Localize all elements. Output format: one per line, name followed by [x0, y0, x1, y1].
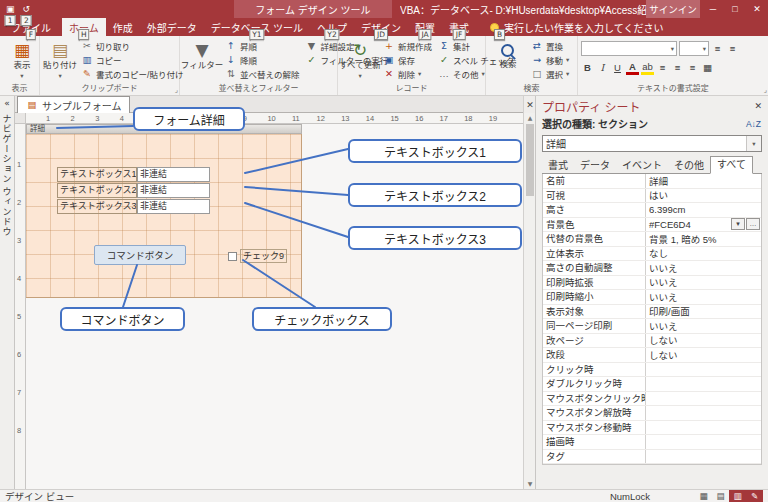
- align-left-icon[interactable]: ≡: [656, 61, 669, 75]
- copy-button[interactable]: ▥コピー: [79, 53, 185, 67]
- textbox-control-2[interactable]: 非連結: [137, 183, 210, 198]
- fill-color-icon[interactable]: ▦: [701, 61, 714, 75]
- navigation-pane-collapsed[interactable]: « ナビゲーション ウィンドウ: [0, 96, 15, 489]
- view-button-2[interactable]: ▥: [729, 490, 746, 502]
- label-control-2[interactable]: テキストボックス2: [57, 183, 137, 198]
- font-size-combo[interactable]: ▾: [679, 41, 709, 56]
- cut-button[interactable]: ✂切り取り: [79, 39, 185, 53]
- align-right-icon[interactable]: ≡: [686, 61, 699, 75]
- property-name: 描画時: [543, 435, 646, 449]
- property-row[interactable]: 高さ6.399cm: [543, 203, 761, 218]
- property-row[interactable]: 立体表示なし: [543, 247, 761, 262]
- font-name-combo[interactable]: ▾: [581, 41, 677, 56]
- checkbox-box[interactable]: [228, 252, 237, 261]
- views-button[interactable]: ▦ 表示▾: [3, 38, 41, 81]
- format-painter-button[interactable]: ✎書式のコピー/貼り付け: [79, 67, 185, 81]
- goto-button[interactable]: →移動▾: [529, 53, 571, 67]
- numbering-icon[interactable]: ≡: [726, 42, 739, 56]
- property-sheet-close-icon[interactable]: ✕: [754, 101, 762, 111]
- property-row[interactable]: 高さの自動調整いいえ: [543, 261, 761, 276]
- section-selector-combo[interactable]: 詳細 ▾: [542, 135, 762, 152]
- property-tab-1[interactable]: データ: [574, 158, 616, 173]
- property-row[interactable]: 同一ページ印刷いいえ: [543, 319, 761, 334]
- property-tab-2[interactable]: イベント: [616, 158, 668, 173]
- tell-me-box[interactable]: 実行したい作業を入力してください B: [490, 18, 663, 36]
- checkbox-control[interactable]: チェック9: [228, 249, 287, 263]
- ribbon-tab-3[interactable]: 外部データ: [140, 18, 204, 36]
- close-icon[interactable]: ✕: [746, 0, 768, 18]
- ribbon-tab-7[interactable]: 配置JA: [408, 18, 442, 36]
- label-control-3[interactable]: テキストボックス3: [57, 199, 137, 214]
- textbox-control-3[interactable]: 非連結: [137, 199, 210, 214]
- bold-button[interactable]: B: [581, 61, 594, 75]
- find-button[interactable]: 検索: [489, 38, 527, 83]
- property-row[interactable]: 描画時: [543, 435, 761, 450]
- view-button-3[interactable]: ✎: [746, 490, 763, 502]
- highlight-button[interactable]: ab: [641, 60, 654, 75]
- property-row[interactable]: マウスボタンクリック時: [543, 392, 761, 407]
- align-center-icon[interactable]: ≡: [671, 61, 684, 75]
- sort-az-icon[interactable]: A↓Z: [745, 118, 762, 130]
- select-button[interactable]: □選択▾: [529, 67, 571, 81]
- textbox-control-1[interactable]: 非連結: [137, 167, 210, 182]
- ribbon-tab-4[interactable]: データベース ツールY1: [204, 18, 310, 36]
- view-button-1[interactable]: ▤: [712, 490, 729, 502]
- new-record-button[interactable]: +新規作成: [381, 39, 434, 53]
- replace-button[interactable]: ⇄置換: [529, 39, 571, 53]
- builder-ellipsis-button[interactable]: …: [746, 218, 760, 230]
- vertical-ruler[interactable]: 12345678: [15, 124, 26, 489]
- sign-in-button[interactable]: サインイン: [646, 0, 700, 18]
- undo-icon[interactable]: ↺2: [23, 0, 31, 18]
- property-row[interactable]: 印刷時縮小いいえ: [543, 290, 761, 305]
- bullets-icon[interactable]: ≡: [711, 42, 724, 56]
- form-design-surface[interactable]: テキストボックス1 非連結 テキストボックス2 非連結 テキストボックス3 非連…: [26, 134, 302, 298]
- minimize-icon[interactable]: ─: [702, 0, 724, 18]
- label-control-1[interactable]: テキストボックス1: [57, 167, 137, 182]
- ribbon-tab-1[interactable]: ホームH: [62, 18, 106, 36]
- property-row[interactable]: タグ: [543, 450, 761, 465]
- expand-chevron-icon[interactable]: «: [4, 96, 10, 110]
- property-tab-3[interactable]: その他: [668, 158, 710, 173]
- chevron-down-icon[interactable]: ▾: [731, 218, 745, 230]
- property-tab-0[interactable]: 書式: [542, 158, 574, 173]
- clear-sort-button[interactable]: ⇅並べ替えの解除: [223, 67, 302, 81]
- document-tab[interactable]: ▤ サンプルフォーム: [17, 96, 130, 113]
- ribbon-tab-8[interactable]: 書式JF: [442, 18, 476, 36]
- property-row[interactable]: クリック時: [543, 363, 761, 378]
- save-icon[interactable]: ▣1: [6, 0, 15, 18]
- property-row[interactable]: 表示対象印刷/画面: [543, 305, 761, 320]
- scroll-thumb[interactable]: [526, 124, 534, 196]
- property-row[interactable]: 印刷時拡張いいえ: [543, 276, 761, 291]
- chevron-down-icon[interactable]: ▾: [746, 136, 761, 151]
- refresh-all-button[interactable]: ↻ すべて更新▾: [341, 38, 379, 83]
- property-row[interactable]: マウスボタン移動時: [543, 421, 761, 436]
- font-color-button[interactable]: A: [626, 60, 639, 75]
- ribbon-tab-2[interactable]: 作成: [106, 18, 140, 36]
- delete-record-button[interactable]: ✕削除▾: [381, 67, 434, 81]
- underline-button[interactable]: U: [611, 61, 624, 75]
- paste-button[interactable]: ▤ 貼り付け▾: [43, 38, 77, 83]
- save-record-button[interactable]: ▣保存: [381, 53, 434, 67]
- property-row[interactable]: 改ページしない: [543, 334, 761, 349]
- sort-descending-button[interactable]: ↓降順: [223, 53, 302, 67]
- property-tab-4[interactable]: すべて: [710, 156, 753, 174]
- ribbon-group-clipboard: ▤ 貼り付け▾ ✂切り取り ▥コピー ✎書式のコピー/貼り付け ⌟ クリップボー…: [40, 36, 180, 95]
- view-button-0[interactable]: ▦: [695, 490, 712, 502]
- italic-button[interactable]: I: [596, 61, 609, 75]
- ribbon-tab-6[interactable]: デザインJD: [354, 18, 408, 36]
- horizontal-ruler[interactable]: 12345678910111213141516171819: [26, 113, 523, 124]
- property-row[interactable]: 可視はい: [543, 189, 761, 204]
- clear-sort-icon: ⇅: [225, 68, 237, 80]
- property-row[interactable]: 名前詳細: [543, 174, 761, 189]
- property-row[interactable]: マウスボタン解放時: [543, 406, 761, 421]
- maximize-icon[interactable]: □: [724, 0, 746, 18]
- command-button-control[interactable]: コマンドボタン: [94, 245, 186, 265]
- sort-ascending-button[interactable]: ↑昇順: [223, 39, 302, 53]
- property-row[interactable]: 代替の背景色背景 1, 暗め 5%: [543, 232, 761, 247]
- property-name: 印刷時拡張: [543, 276, 646, 290]
- property-row[interactable]: ダブルクリック時: [543, 377, 761, 392]
- property-row[interactable]: 背景色#FCE6D4▾…: [543, 218, 761, 233]
- filter-button[interactable]: ▼ フィルター: [183, 38, 221, 83]
- ribbon-tab-5[interactable]: ヘルプY2: [310, 18, 354, 36]
- property-row[interactable]: 改段しない: [543, 348, 761, 363]
